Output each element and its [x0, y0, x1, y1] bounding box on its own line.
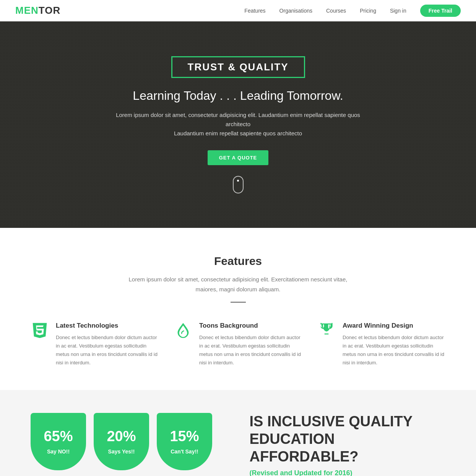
feature-desc-toons: Donec et lectus bibendum dolor dictum au…: [199, 333, 302, 367]
css3-icon: [31, 322, 49, 340]
get-quote-button[interactable]: GET A QUOTE: [208, 150, 269, 165]
nav-links: Features Organisations Courses Pricing S…: [244, 7, 461, 14]
stat-percent-1: 20%: [107, 429, 136, 445]
features-grid: Latest Technologies Donec et lectus bibe…: [31, 322, 445, 367]
feature-item-toons: Toons Background Donec et lectus bibendu…: [174, 322, 302, 367]
nav-item-features[interactable]: Features: [244, 7, 265, 14]
logo-tor: TOR: [39, 5, 60, 16]
scroll-indicator: [233, 176, 244, 193]
feature-title-award: Award Winning Design: [343, 322, 445, 330]
feature-text-technologies: Latest Technologies Donec et lectus bibe…: [56, 322, 159, 367]
nav-item-signin[interactable]: Sign in: [390, 7, 406, 14]
feature-desc-technologies: Donec et lectus bibendum dolor dictum au…: [56, 333, 159, 367]
navbar: MENTOR Features Organisations Courses Pr…: [0, 0, 476, 21]
nav-link-pricing[interactable]: Pricing: [360, 8, 376, 14]
feature-title-toons: Toons Background: [199, 322, 302, 330]
logo-men: MEN: [15, 5, 39, 16]
hero-section: TRUST & QUALITY Learning Today . . . Lea…: [0, 21, 476, 228]
stat-percent-2: 15%: [170, 429, 199, 445]
feature-item-award: Award Winning Design Donec et lectus bib…: [317, 322, 445, 367]
nav-link-features[interactable]: Features: [244, 8, 265, 14]
nav-link-organisations[interactable]: Organisations: [279, 8, 312, 14]
features-title: Features: [31, 255, 445, 268]
droplet-icon: [174, 322, 192, 340]
hero-desc: Lorem ipsum dolor sit amet, consectetur …: [112, 110, 364, 138]
feature-text-award: Award Winning Design Donec et lectus bib…: [343, 322, 445, 367]
stat-percent-0: 65%: [44, 429, 73, 445]
scroll-dot: [237, 180, 239, 182]
stats-section: 65% Say NO!! 20% Says Yes!! 15% Can't Sa…: [0, 390, 476, 476]
nav-item-organisations[interactable]: Organisations: [279, 7, 312, 14]
stat-card-0: 65% Say NO!!: [31, 413, 86, 470]
stat-label-0: Say NO!!: [47, 448, 70, 455]
feature-desc-award: Donec et lectus bibendum dolor dictum au…: [343, 333, 445, 367]
stat-label-2: Can't Say!!: [171, 448, 198, 455]
stat-card-2: 15% Can't Say!!: [157, 413, 212, 470]
stats-cards: 65% Say NO!! 20% Says Yes!! 15% Can't Sa…: [31, 413, 227, 470]
features-subtitle: Lorem ipsum dolor sit amet, consectetur …: [123, 275, 353, 294]
hero-content: TRUST & QUALITY Learning Today . . . Lea…: [104, 56, 372, 165]
trophy-icon: [317, 322, 336, 340]
stat-card-1: 20% Says Yes!!: [94, 413, 149, 470]
section-divider: [231, 302, 246, 303]
feature-item-technologies: Latest Technologies Donec et lectus bibe…: [31, 322, 159, 367]
stat-label-1: Says Yes!!: [108, 448, 135, 455]
logo: MENTOR: [15, 5, 60, 16]
feature-text-toons: Toons Background Donec et lectus bibendu…: [199, 322, 302, 367]
feature-title-technologies: Latest Technologies: [56, 322, 159, 330]
nav-item-courses[interactable]: Courses: [326, 7, 346, 14]
features-section: Features Lorem ipsum dolor sit amet, con…: [0, 228, 476, 390]
stats-text: IS INCLUSIVE QUALITY EDUCATION AFFORDABL…: [227, 413, 446, 476]
hero-badge: TRUST & QUALITY: [171, 56, 305, 78]
nav-item-pricing[interactable]: Pricing: [360, 7, 376, 14]
stats-heading: IS INCLUSIVE QUALITY EDUCATION AFFORDABL…: [250, 413, 446, 465]
nav-link-courses[interactable]: Courses: [326, 8, 346, 14]
free-trial-button[interactable]: Free Trail: [420, 5, 461, 17]
nav-link-signin[interactable]: Sign in: [390, 8, 406, 14]
stats-subheading: (Revised and Updated for 2016): [250, 469, 446, 476]
hero-tagline: Learning Today . . . Leading Tomorrow.: [112, 89, 364, 103]
nav-item-freetrial[interactable]: Free Trail: [420, 7, 461, 14]
